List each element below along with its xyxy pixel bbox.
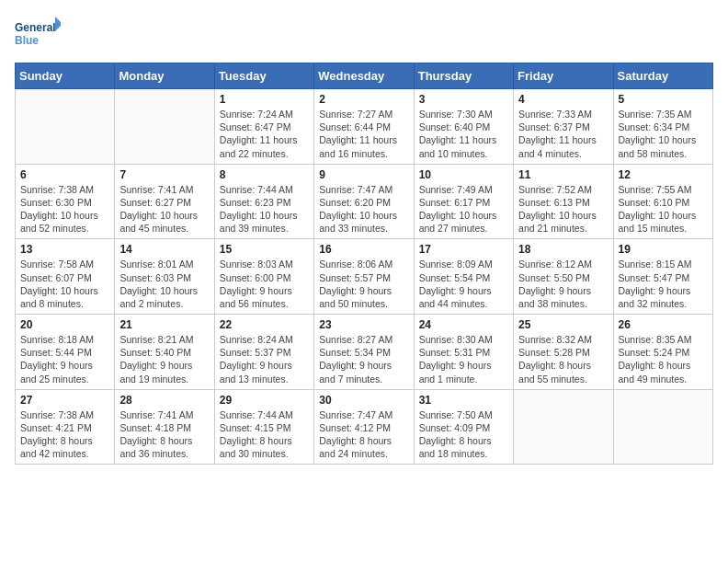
day-number: 1 xyxy=(220,93,309,106)
day-number: 29 xyxy=(220,394,309,407)
day-number: 13 xyxy=(20,243,109,256)
day-number: 30 xyxy=(319,394,408,407)
calendar-day-cell: 15Sunrise: 8:03 AM Sunset: 6:00 PM Dayli… xyxy=(214,239,313,315)
day-detail: Sunrise: 7:33 AM Sunset: 6:37 PM Dayligh… xyxy=(518,108,608,160)
day-detail: Sunrise: 7:58 AM Sunset: 6:07 PM Dayligh… xyxy=(20,258,109,310)
weekday-header-tuesday: Tuesday xyxy=(214,63,313,89)
day-number: 17 xyxy=(419,243,508,256)
calendar-day-cell xyxy=(514,389,613,465)
calendar-week-row: 6Sunrise: 7:38 AM Sunset: 6:30 PM Daylig… xyxy=(16,164,713,239)
calendar-day-cell xyxy=(16,89,115,165)
calendar-day-cell: 17Sunrise: 8:09 AM Sunset: 5:54 PM Dayli… xyxy=(414,239,513,315)
day-detail: Sunrise: 7:27 AM Sunset: 6:44 PM Dayligh… xyxy=(319,108,408,160)
calendar-day-cell: 13Sunrise: 7:58 AM Sunset: 6:07 PM Dayli… xyxy=(16,239,115,315)
calendar-day-cell: 3Sunrise: 7:30 AM Sunset: 6:40 PM Daylig… xyxy=(414,89,513,165)
weekday-header-friday: Friday xyxy=(514,63,613,89)
day-number: 27 xyxy=(20,394,109,407)
day-detail: Sunrise: 7:38 AM Sunset: 4:21 PM Dayligh… xyxy=(20,408,109,461)
calendar-day-cell: 8Sunrise: 7:44 AM Sunset: 6:23 PM Daylig… xyxy=(214,164,313,239)
day-detail: Sunrise: 7:49 AM Sunset: 6:17 PM Dayligh… xyxy=(419,183,508,236)
day-number: 2 xyxy=(319,93,408,106)
day-detail: Sunrise: 8:09 AM Sunset: 5:54 PM Dayligh… xyxy=(419,258,508,310)
logo-svg: General Blue xyxy=(15,15,61,55)
calendar-day-cell: 7Sunrise: 7:41 AM Sunset: 6:27 PM Daylig… xyxy=(115,164,214,239)
day-number: 9 xyxy=(319,168,408,181)
calendar-header-row: SundayMondayTuesdayWednesdayThursdayFrid… xyxy=(16,63,713,89)
calendar-day-cell: 1Sunrise: 7:24 AM Sunset: 6:47 PM Daylig… xyxy=(214,89,313,165)
day-detail: Sunrise: 8:01 AM Sunset: 6:03 PM Dayligh… xyxy=(119,258,209,310)
page-header: General Blue xyxy=(15,15,713,55)
calendar-table: SundayMondayTuesdayWednesdayThursdayFrid… xyxy=(15,63,713,465)
day-detail: Sunrise: 8:15 AM Sunset: 5:47 PM Dayligh… xyxy=(619,258,708,310)
calendar-day-cell: 30Sunrise: 7:47 AM Sunset: 4:12 PM Dayli… xyxy=(314,389,414,465)
day-number: 28 xyxy=(119,394,209,407)
day-detail: Sunrise: 7:52 AM Sunset: 6:13 PM Dayligh… xyxy=(518,183,608,236)
day-detail: Sunrise: 8:35 AM Sunset: 5:24 PM Dayligh… xyxy=(619,333,708,385)
day-number: 21 xyxy=(119,318,209,331)
day-number: 20 xyxy=(20,318,109,331)
day-number: 7 xyxy=(119,168,209,181)
day-number: 11 xyxy=(518,168,608,181)
day-detail: Sunrise: 7:30 AM Sunset: 6:40 PM Dayligh… xyxy=(419,108,508,160)
day-detail: Sunrise: 7:50 AM Sunset: 4:09 PM Dayligh… xyxy=(419,408,508,461)
day-number: 5 xyxy=(619,93,708,106)
weekday-header-monday: Monday xyxy=(115,63,214,89)
weekday-header-saturday: Saturday xyxy=(613,63,712,89)
day-detail: Sunrise: 7:24 AM Sunset: 6:47 PM Dayligh… xyxy=(220,108,309,160)
day-detail: Sunrise: 8:06 AM Sunset: 5:57 PM Dayligh… xyxy=(319,258,408,310)
calendar-day-cell: 27Sunrise: 7:38 AM Sunset: 4:21 PM Dayli… xyxy=(16,389,115,465)
calendar-day-cell: 23Sunrise: 8:27 AM Sunset: 5:34 PM Dayli… xyxy=(314,315,414,390)
calendar-week-row: 13Sunrise: 7:58 AM Sunset: 6:07 PM Dayli… xyxy=(16,239,713,315)
day-number: 23 xyxy=(319,318,408,331)
calendar-day-cell: 18Sunrise: 8:12 AM Sunset: 5:50 PM Dayli… xyxy=(514,239,613,315)
day-detail: Sunrise: 7:35 AM Sunset: 6:34 PM Dayligh… xyxy=(619,108,708,160)
day-detail: Sunrise: 7:41 AM Sunset: 4:18 PM Dayligh… xyxy=(119,408,209,461)
day-detail: Sunrise: 8:18 AM Sunset: 5:44 PM Dayligh… xyxy=(20,333,109,385)
calendar-day-cell: 22Sunrise: 8:24 AM Sunset: 5:37 PM Dayli… xyxy=(214,315,313,390)
calendar-day-cell: 6Sunrise: 7:38 AM Sunset: 6:30 PM Daylig… xyxy=(16,164,115,239)
day-detail: Sunrise: 8:03 AM Sunset: 6:00 PM Dayligh… xyxy=(220,258,309,310)
day-number: 19 xyxy=(619,243,708,256)
day-detail: Sunrise: 8:30 AM Sunset: 5:31 PM Dayligh… xyxy=(419,333,508,385)
calendar-day-cell: 5Sunrise: 7:35 AM Sunset: 6:34 PM Daylig… xyxy=(613,89,712,165)
day-number: 10 xyxy=(419,168,508,181)
day-number: 8 xyxy=(220,168,309,181)
day-detail: Sunrise: 8:12 AM Sunset: 5:50 PM Dayligh… xyxy=(518,258,608,310)
calendar-day-cell: 11Sunrise: 7:52 AM Sunset: 6:13 PM Dayli… xyxy=(514,164,613,239)
day-number: 15 xyxy=(220,243,309,256)
calendar-day-cell xyxy=(115,89,214,165)
calendar-day-cell: 25Sunrise: 8:32 AM Sunset: 5:28 PM Dayli… xyxy=(514,315,613,390)
weekday-header-thursday: Thursday xyxy=(414,63,513,89)
calendar-week-row: 27Sunrise: 7:38 AM Sunset: 4:21 PM Dayli… xyxy=(16,389,713,465)
day-detail: Sunrise: 7:47 AM Sunset: 6:20 PM Dayligh… xyxy=(319,183,408,236)
calendar-day-cell: 28Sunrise: 7:41 AM Sunset: 4:18 PM Dayli… xyxy=(115,389,214,465)
calendar-day-cell: 31Sunrise: 7:50 AM Sunset: 4:09 PM Dayli… xyxy=(414,389,513,465)
weekday-header-sunday: Sunday xyxy=(16,63,115,89)
calendar-day-cell: 21Sunrise: 8:21 AM Sunset: 5:40 PM Dayli… xyxy=(115,315,214,390)
day-number: 18 xyxy=(518,243,608,256)
calendar-day-cell: 2Sunrise: 7:27 AM Sunset: 6:44 PM Daylig… xyxy=(314,89,414,165)
svg-marker-2 xyxy=(55,17,61,31)
calendar-day-cell: 10Sunrise: 7:49 AM Sunset: 6:17 PM Dayli… xyxy=(414,164,513,239)
day-number: 24 xyxy=(419,318,508,331)
calendar-day-cell: 20Sunrise: 8:18 AM Sunset: 5:44 PM Dayli… xyxy=(16,315,115,390)
day-number: 16 xyxy=(319,243,408,256)
day-number: 6 xyxy=(20,168,109,181)
day-number: 14 xyxy=(119,243,209,256)
day-detail: Sunrise: 7:47 AM Sunset: 4:12 PM Dayligh… xyxy=(319,408,408,461)
day-detail: Sunrise: 8:24 AM Sunset: 5:37 PM Dayligh… xyxy=(220,333,309,385)
calendar-day-cell: 12Sunrise: 7:55 AM Sunset: 6:10 PM Dayli… xyxy=(613,164,712,239)
calendar-week-row: 20Sunrise: 8:18 AM Sunset: 5:44 PM Dayli… xyxy=(16,315,713,390)
svg-text:Blue: Blue xyxy=(15,34,39,47)
day-detail: Sunrise: 7:55 AM Sunset: 6:10 PM Dayligh… xyxy=(619,183,708,236)
day-number: 31 xyxy=(419,394,508,407)
calendar-day-cell: 24Sunrise: 8:30 AM Sunset: 5:31 PM Dayli… xyxy=(414,315,513,390)
day-number: 4 xyxy=(518,93,608,106)
day-number: 26 xyxy=(619,318,708,331)
day-detail: Sunrise: 7:41 AM Sunset: 6:27 PM Dayligh… xyxy=(119,183,209,236)
day-number: 25 xyxy=(518,318,608,331)
calendar-day-cell: 26Sunrise: 8:35 AM Sunset: 5:24 PM Dayli… xyxy=(613,315,712,390)
day-detail: Sunrise: 8:32 AM Sunset: 5:28 PM Dayligh… xyxy=(518,333,608,385)
weekday-header-wednesday: Wednesday xyxy=(314,63,414,89)
day-detail: Sunrise: 8:27 AM Sunset: 5:34 PM Dayligh… xyxy=(319,333,408,385)
